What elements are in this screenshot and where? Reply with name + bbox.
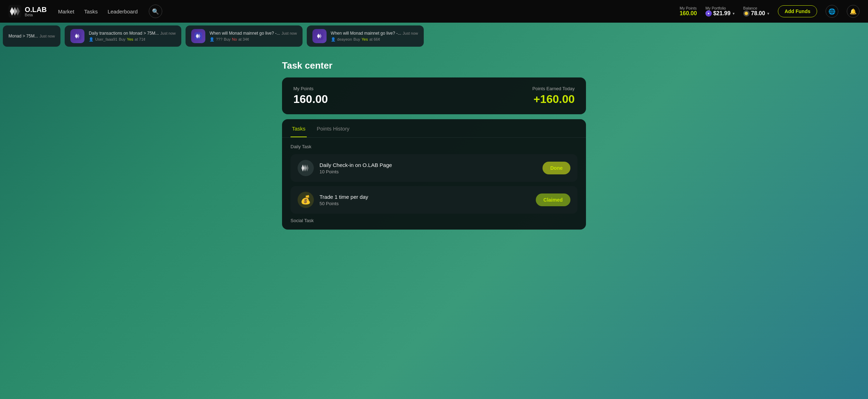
ticker-card-partial[interactable]: Monad > 75M... Just now — [3, 25, 60, 47]
balance-label: Balance — [743, 6, 757, 10]
my-points-card-label: My Points — [293, 86, 328, 91]
globe-icon: 🌐 — [828, 8, 835, 15]
task-pts-trade: 50 Points — [319, 201, 530, 206]
nav-links: Market Tasks Leaderboard — [58, 8, 137, 15]
nav-leaderboard[interactable]: Leaderboard — [107, 8, 137, 15]
page-title: Task center — [282, 60, 586, 71]
task-name-checkin: Daily Check-in on O.LAB Page — [319, 162, 537, 168]
points-left: My Points 160.00 — [293, 86, 328, 106]
navbar: O.LAB Beta Market Tasks Leaderboard 🔍 My… — [0, 0, 868, 23]
portfolio-value-row: ● $21.99 ▾ — [705, 10, 735, 17]
my-points-label: My Points — [680, 6, 697, 10]
earned-label: Points Earned Today — [532, 86, 575, 91]
task-item-trade: 💰 Trade 1 time per day 50 Points Claimed — [291, 186, 577, 214]
search-button[interactable]: 🔍 — [149, 5, 162, 18]
portfolio-icon: ● — [705, 10, 712, 17]
nav-tasks[interactable]: Tasks — [84, 8, 98, 15]
globe-button[interactable]: 🌐 — [826, 5, 838, 18]
ticker-icon-1 — [70, 29, 84, 43]
ticker-card-2[interactable]: When will Monad mainnet go live? -... Ju… — [186, 25, 303, 47]
portfolio-amount: $21.99 — [713, 10, 731, 17]
ticker-title-1: Daily transactions on Monad > 75M... — [89, 31, 159, 36]
logo[interactable]: O.LAB Beta — [8, 5, 47, 18]
bell-icon: 🔔 — [850, 8, 857, 15]
my-points-card-value: 160.00 — [293, 93, 328, 106]
ticker-icon-2 — [191, 29, 205, 43]
task-pts-checkin: 10 Points — [319, 169, 537, 174]
balance-stat: Balance 🪙 78.00 ▾ — [743, 6, 769, 17]
nav-market[interactable]: Market — [58, 8, 74, 15]
task-btn-checkin[interactable]: Done — [542, 162, 570, 174]
daily-task-label: Daily Task — [291, 144, 577, 149]
ticker-card-3[interactable]: When will Monad mainnet go live? -... Ju… — [307, 25, 424, 47]
task-body: Daily Task Daily Check-in on O.LAB Page — [282, 138, 586, 230]
ticker-card-1[interactable]: Daily transactions on Monad > 75M... Jus… — [65, 25, 181, 47]
brand-beta: Beta — [25, 13, 47, 17]
balance-amount: 78.00 — [751, 10, 765, 17]
notifications-button[interactable]: 🔔 — [847, 5, 860, 18]
ticker-title-2: When will Monad mainnet go live? -... — [210, 31, 280, 36]
earned-value: +160.00 — [532, 93, 575, 106]
balance-chevron: ▾ — [767, 11, 769, 16]
ticker-bar: Monad > 75M... Just now Daily transactio… — [0, 23, 868, 50]
balance-value-row: 🪙 78.00 ▾ — [743, 10, 769, 17]
ticker-icon-3 — [312, 29, 327, 43]
add-funds-button[interactable]: Add Funds — [778, 5, 817, 17]
main-content: Task center My Points 160.00 Points Earn… — [0, 50, 868, 240]
task-icon-trade: 💰 — [298, 192, 314, 208]
task-icon-checkin — [298, 160, 314, 176]
task-panel: Tasks Points History Daily Task Da — [282, 119, 586, 230]
task-name-trade: Trade 1 time per day — [319, 194, 530, 200]
logo-icon — [8, 5, 21, 18]
tab-points-history[interactable]: Points History — [315, 126, 351, 137]
task-btn-trade[interactable]: Claimed — [536, 193, 570, 206]
balance-icon: 🪙 — [743, 10, 750, 17]
my-points-stat: My Points 160.00 — [680, 6, 697, 17]
task-info-trade: Trade 1 time per day 50 Points — [319, 194, 530, 206]
brand-name: O.LAB — [25, 6, 47, 13]
my-points-value: 160.00 — [680, 10, 697, 17]
points-right: Points Earned Today +160.00 — [532, 86, 575, 106]
task-item-checkin: Daily Check-in on O.LAB Page 10 Points D… — [291, 154, 577, 182]
portfolio-stat: My Portfolio ● $21.99 ▾ — [705, 6, 735, 17]
header-stats: My Points 160.00 My Portfolio ● $21.99 ▾… — [680, 5, 860, 18]
portfolio-chevron: ▾ — [733, 11, 735, 16]
points-summary-card: My Points 160.00 Points Earned Today +16… — [282, 77, 586, 114]
tab-bar: Tasks Points History — [282, 119, 586, 138]
ticker-title-3: When will Monad mainnet go live? -... — [331, 31, 401, 36]
tab-tasks[interactable]: Tasks — [291, 126, 307, 137]
ticker-cards: Monad > 75M... Just now Daily transactio… — [0, 25, 868, 47]
task-info-checkin: Daily Check-in on O.LAB Page 10 Points — [319, 162, 537, 174]
portfolio-label: My Portfolio — [705, 6, 726, 10]
social-task-label: Social Task — [291, 218, 577, 223]
ticker-title-partial: Monad > 75M... — [8, 34, 38, 39]
search-icon: 🔍 — [152, 8, 159, 15]
